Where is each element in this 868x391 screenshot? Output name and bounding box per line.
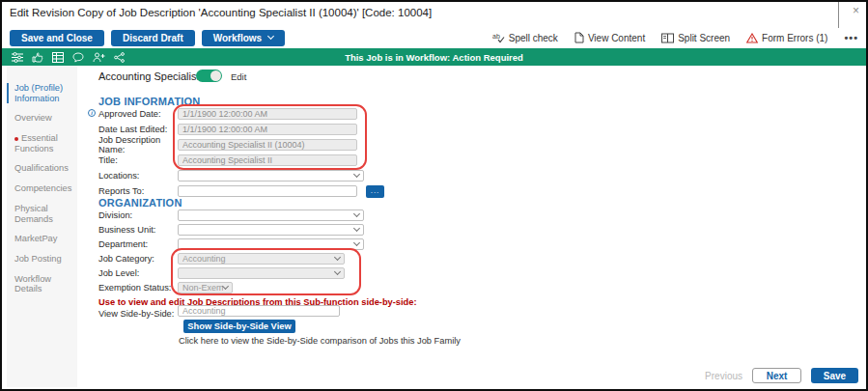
title-label: Title:: [98, 155, 178, 165]
info-icon[interactable]: i: [88, 109, 96, 117]
field-row-job-category: Job Category: Accounting: [98, 251, 364, 265]
field-row-exemption-status: Exemption Status: Non-Exempt: [98, 280, 364, 294]
exemption-status-select: Non-Exempt: [178, 282, 233, 293]
business-unit-select[interactable]: [178, 224, 364, 236]
field-row-title: Title:: [98, 153, 384, 168]
sidebar-item-label: Workflow Details: [14, 274, 51, 294]
sidebar-item-label: Job Posting: [14, 254, 62, 264]
more-options-button[interactable]: •••: [844, 32, 858, 43]
locations-select[interactable]: [178, 170, 364, 182]
sidebar-item-overview[interactable]: Overview: [7, 113, 77, 124]
job-description-name-label: Job Description Name:: [98, 135, 178, 154]
workflows-label: Workflows: [213, 33, 262, 43]
sidebar-item-label: Essential Functions: [14, 133, 58, 154]
field-row-job-description-name: Job Description Name:: [98, 137, 384, 153]
sidebar-item-job-profile-information[interactable]: Job (Profile) Information: [7, 83, 77, 103]
toolbar-right: ab Spell check View Content Split Screen…: [492, 32, 858, 43]
footer: Previous Next Save: [705, 368, 858, 383]
chevron-down-icon: [353, 224, 360, 231]
job-category-select: Accounting: [178, 253, 345, 265]
form-errors-button[interactable]: Form Errors (1): [746, 33, 827, 43]
sidebar-item-label: MarketPay: [14, 234, 57, 243]
sidebar-item-qualifications[interactable]: Qualifications: [7, 163, 77, 174]
field-row-business-unit: Business Unit:: [98, 222, 364, 237]
discard-draft-label: Discard Draft: [123, 33, 183, 43]
save-and-close-label: Save and Close: [21, 33, 93, 43]
exemption-status-value: Non-Exempt: [182, 283, 223, 293]
job-description-editor-window: Edit Revision Copy of Job Description 'A…: [0, 0, 868, 391]
workflow-status-text: This Job is in Workflow: Action Required: [2, 52, 866, 63]
save-button[interactable]: Save: [811, 368, 858, 383]
sidebar-item-essential-functions[interactable]: Essential Functions: [7, 133, 77, 154]
sidebar-item-label: Competencies: [14, 183, 71, 193]
workflow-banner: This Job is in Workflow: Action Required: [2, 48, 866, 66]
date-last-edited-label: Date Last Edited:: [98, 125, 178, 134]
field-row-locations: Locations:: [98, 168, 384, 183]
reports-to-browse-button[interactable]: ...: [366, 185, 384, 198]
job-category-label: Job Category:: [98, 254, 178, 264]
spell-check-button[interactable]: ab Spell check: [492, 32, 558, 43]
sidebar-item-label: Qualifications: [14, 163, 69, 173]
chevron-down-icon: [353, 238, 360, 245]
show-side-by-side-button[interactable]: Show Side-by-Side View: [183, 320, 295, 333]
toolbar: Save and Close Discard Draft Workflows a…: [10, 28, 858, 47]
ellipsis-icon: •••: [844, 32, 858, 43]
division-select[interactable]: [178, 209, 364, 221]
workflows-dropdown-button[interactable]: Workflows: [202, 30, 285, 46]
job-title-text: Accounting Specialist II: [98, 70, 209, 82]
split-screen-button[interactable]: Split Screen: [661, 33, 730, 43]
chevron-down-icon: [222, 282, 229, 289]
job-level-select: [178, 267, 345, 279]
job-information-fields: i Approved Date: Date Last Edited: Job D…: [98, 106, 384, 199]
close-icon[interactable]: ×: [853, 4, 859, 17]
discard-draft-button[interactable]: Discard Draft: [111, 30, 195, 46]
job-level-label: Job Level:: [98, 268, 178, 278]
field-row-department: Department:: [98, 237, 364, 251]
warning-triangle-icon: [746, 33, 758, 43]
field-row-division: Division:: [98, 208, 364, 222]
locations-label: Locations:: [98, 171, 178, 181]
approved-date-label: Approved Date:: [98, 109, 178, 119]
title-input: [178, 154, 357, 166]
business-unit-label: Business Unit:: [98, 225, 178, 235]
split-screen-icon: [661, 33, 674, 43]
department-label: Department:: [98, 239, 178, 249]
sidebar-item-job-posting[interactable]: Job Posting: [7, 254, 77, 265]
view-side-by-side-label: View Side-by-Side:: [98, 309, 174, 319]
next-button[interactable]: Next: [752, 368, 801, 383]
exemption-status-label: Exemption Status:: [98, 283, 178, 293]
field-row-job-level: Job Level:: [98, 265, 364, 280]
form-errors-label: Form Errors (1): [762, 33, 827, 43]
approved-date-input: [178, 108, 357, 120]
view-content-button[interactable]: View Content: [574, 32, 645, 43]
chevron-down-icon: [353, 209, 360, 216]
chevron-down-icon: [334, 267, 341, 274]
division-label: Division:: [98, 210, 178, 220]
chevron-down-icon: [353, 171, 360, 178]
reports-to-label: Reports To:: [98, 186, 178, 196]
view-content-label: View Content: [588, 33, 645, 43]
window-divider: [838, 2, 839, 28]
sidebar-item-label: Job (Profile) Information: [14, 83, 63, 103]
sidebar-item-physical-demands[interactable]: Physical Demands: [7, 204, 77, 224]
chevron-down-icon: [267, 33, 274, 40]
date-last-edited-input: [178, 124, 357, 135]
chevron-down-icon: [334, 253, 341, 260]
department-select[interactable]: [178, 238, 364, 250]
spellcheck-icon: ab: [492, 32, 505, 43]
side-by-side-hint-link[interactable]: Click here to view the Side-by-Side comp…: [179, 336, 461, 346]
edit-toggle[interactable]: [196, 70, 222, 82]
edit-toggle-label: Edit: [231, 71, 246, 82]
window-title: Edit Revision Copy of Job Description 'A…: [10, 7, 432, 18]
sidebar-item-competencies[interactable]: Competencies: [7, 183, 77, 194]
svg-text:ab: ab: [492, 33, 500, 40]
sidebar-item-workflow-details[interactable]: Workflow Details: [7, 274, 77, 294]
save-and-close-button[interactable]: Save and Close: [10, 30, 104, 46]
sidebar-item-marketpay[interactable]: MarketPay: [7, 234, 77, 244]
spell-check-label: Spell check: [509, 33, 558, 43]
split-screen-label: Split Screen: [678, 33, 730, 43]
toggle-knob: [210, 70, 221, 81]
view-side-by-side-input[interactable]: [178, 305, 340, 317]
sidebar-item-label: Physical Demands: [14, 204, 53, 224]
reports-to-input[interactable]: [178, 185, 357, 197]
